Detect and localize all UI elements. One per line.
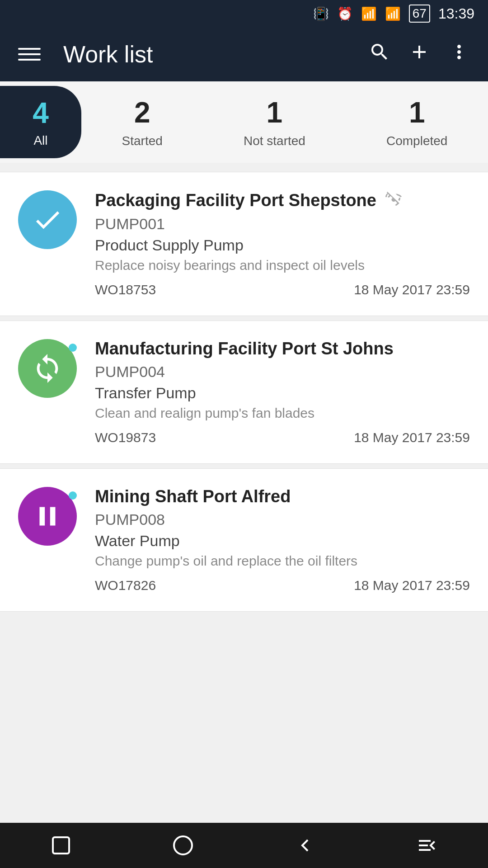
status-time: 13:39 <box>438 5 474 22</box>
search-button[interactable] <box>369 41 390 67</box>
work-item-3[interactable]: Mining Shaft Port Alfred PUMP008 Water P… <box>0 468 488 612</box>
add-button[interactable] <box>408 41 430 67</box>
nav-circle-button[interactable] <box>172 835 194 856</box>
status-icon-paused <box>18 487 77 546</box>
wifi-icon: 📶 <box>361 6 377 21</box>
work-item-2-pump-name: Transfer Pump <box>95 384 470 402</box>
offline-icon <box>385 190 402 211</box>
nav-menu-button[interactable] <box>416 835 438 856</box>
play-arrow-icon <box>32 353 63 384</box>
tab-started-label: Started <box>122 134 163 148</box>
work-item-3-pump-id: PUMP008 <box>95 511 470 528</box>
icon-wrapper-3 <box>18 487 77 546</box>
signal-icon: 📶 <box>385 6 401 21</box>
search-icon <box>369 41 390 63</box>
work-item-1-wo: WO18753 <box>95 282 156 297</box>
more-options-button[interactable] <box>448 41 470 67</box>
work-list: Packaging Facility Port Shepstone PUMP00… <box>0 163 488 621</box>
circle-icon <box>172 835 194 856</box>
menu-button[interactable] <box>18 48 41 61</box>
more-vert-icon <box>448 41 470 63</box>
hamburger-icon <box>18 48 41 61</box>
work-item-3-description: Change pump's oil and replace the oil fi… <box>95 553 470 569</box>
work-item-3-date: 18 May 2017 23:59 <box>354 578 470 593</box>
work-item-3-footer: WO17826 18 May 2017 23:59 <box>95 578 470 593</box>
nav-back-button[interactable] <box>294 835 316 856</box>
work-item-3-content: Mining Shaft Port Alfred PUMP008 Water P… <box>95 487 470 593</box>
work-item-1-description: Replace noisy bearings and inspect oil l… <box>95 258 470 273</box>
check-icon <box>32 204 63 236</box>
tab-all-count: 4 <box>33 96 49 130</box>
nav-square-button[interactable] <box>50 835 72 856</box>
tab-bar: 4 All 2 Started 1 Not started 1 Complete… <box>0 81 488 163</box>
work-item-1-title: Packaging Facility Port Shepstone <box>95 190 470 211</box>
status-icon-started <box>18 339 77 398</box>
work-item-3-wo: WO17826 <box>95 578 156 593</box>
back-icon <box>294 835 316 856</box>
work-item-3-title: Mining Shaft Port Alfred <box>95 487 470 506</box>
tab-started[interactable]: 2 Started <box>108 87 176 157</box>
tab-not-started-label: Not started <box>244 134 305 148</box>
add-icon <box>408 41 430 63</box>
status-icons: 📳 ⏰ 📶 📶 67 13:39 <box>313 5 474 23</box>
vibrate-icon: 📳 <box>313 6 329 21</box>
work-item-2-pump-id: PUMP004 <box>95 363 470 381</box>
svg-rect-0 <box>53 837 69 854</box>
tab-all[interactable]: 4 All <box>0 86 81 158</box>
app-header: Work list <box>0 27 488 81</box>
battery-indicator: 67 <box>409 5 430 23</box>
work-item-2-description: Clean and realign pump's fan blades <box>95 406 470 421</box>
work-item-2[interactable]: Manufacturing Facility Port St Johns PUM… <box>0 321 488 464</box>
work-item-1-footer: WO18753 18 May 2017 23:59 <box>95 282 470 297</box>
status-icon-completed <box>18 190 77 249</box>
work-item-1-date: 18 May 2017 23:59 <box>354 282 470 297</box>
status-bar: 📳 ⏰ 📶 📶 67 13:39 <box>0 0 488 27</box>
work-item-1-content: Packaging Facility Port Shepstone PUMP00… <box>95 190 470 297</box>
svg-point-1 <box>174 836 192 854</box>
work-item-1[interactable]: Packaging Facility Port Shepstone PUMP00… <box>0 172 488 316</box>
notification-dot-3 <box>69 491 77 500</box>
nav-menu-icon <box>416 835 438 856</box>
tab-completed[interactable]: 1 Completed <box>373 87 461 157</box>
work-item-2-footer: WO19873 18 May 2017 23:59 <box>95 430 470 445</box>
work-item-2-title: Manufacturing Facility Port St Johns <box>95 339 470 359</box>
tab-started-count: 2 <box>134 96 150 129</box>
work-item-2-wo: WO19873 <box>95 430 156 445</box>
bottom-nav <box>0 823 488 868</box>
work-item-2-content: Manufacturing Facility Port St Johns PUM… <box>95 339 470 445</box>
header-actions <box>369 41 470 67</box>
pause-icon <box>32 500 63 532</box>
work-item-3-pump-name: Water Pump <box>95 532 470 550</box>
tab-completed-label: Completed <box>386 134 447 148</box>
work-item-1-pump-id: PUMP001 <box>95 215 470 233</box>
tab-completed-count: 1 <box>409 96 425 129</box>
tab-not-started-count: 1 <box>267 96 283 129</box>
work-item-2-date: 18 May 2017 23:59 <box>354 430 470 445</box>
tab-all-label: All <box>33 133 47 148</box>
tab-items: 2 Started 1 Not started 1 Completed <box>81 87 488 157</box>
icon-wrapper-2 <box>18 339 77 398</box>
alarm-icon: ⏰ <box>337 6 353 21</box>
square-icon <box>50 835 72 856</box>
tab-not-started[interactable]: 1 Not started <box>230 87 319 157</box>
page-title: Work list <box>63 41 355 68</box>
notification-dot-2 <box>69 344 77 352</box>
work-item-1-pump-name: Product Supply Pump <box>95 236 470 254</box>
